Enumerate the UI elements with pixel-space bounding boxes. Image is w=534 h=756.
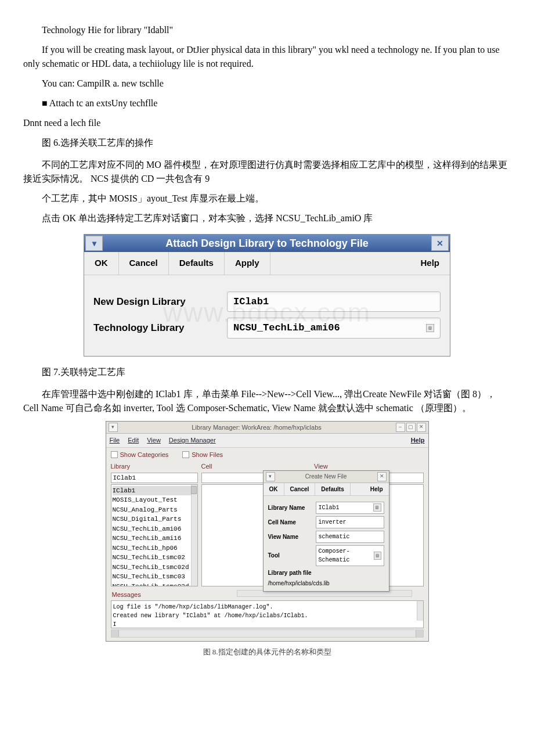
dropdown-icon[interactable]: ▤ bbox=[373, 503, 381, 512]
minimize-icon[interactable]: – bbox=[396, 423, 405, 432]
technology-library-select[interactable]: NCSU_TechLib_ami06 ▤ bbox=[227, 318, 441, 339]
close-icon[interactable]: ✕ bbox=[431, 236, 449, 251]
library-path-file-label: Library path file bbox=[268, 568, 384, 577]
maximize-icon[interactable]: ▢ bbox=[406, 423, 416, 432]
list-item[interactable]: NCSU_TechLib_ami06 bbox=[113, 524, 196, 534]
close-icon[interactable]: ✕ bbox=[377, 472, 387, 481]
cnf-body: Library Name IClab1▤ Cell Name inverter … bbox=[264, 496, 389, 591]
library-input[interactable] bbox=[111, 473, 198, 483]
show-files-label: Show Files bbox=[192, 450, 223, 460]
view-name-text: schematic bbox=[319, 532, 350, 541]
cancel-button[interactable]: Cancel bbox=[284, 483, 316, 495]
library-name-text: IClab1 bbox=[319, 503, 340, 512]
para-explain: If you will be creating mask layout, or … bbox=[23, 43, 511, 71]
cancel-button[interactable]: Cancel bbox=[119, 252, 169, 275]
tool-text: Composer-Schematic bbox=[319, 547, 374, 564]
ok-button[interactable]: OK bbox=[264, 483, 284, 495]
list-item[interactable]: NCSU_Analog_Parts bbox=[113, 505, 196, 515]
list-item[interactable]: NCSU_TechLib_tsmc02d bbox=[113, 563, 196, 573]
list-item[interactable]: NCSU_TechLib_tsmc02 bbox=[113, 553, 196, 563]
scrollbar-track[interactable] bbox=[191, 485, 197, 586]
technology-library-label: Technology Library bbox=[93, 321, 227, 336]
dialog-titlebar: ▾ Attach Design Library to Technology Fi… bbox=[84, 235, 450, 252]
cnf-title: Create New File bbox=[275, 472, 377, 481]
show-categories-label: Show Categories bbox=[120, 450, 169, 460]
technology-library-text: NCSU_TechLib_ami06 bbox=[233, 321, 340, 336]
para-dontneed: Dnnt need a lech file bbox=[23, 116, 511, 130]
help-button[interactable]: Help bbox=[365, 483, 389, 495]
cnf-titlebar: ▾ Create New File ✕ bbox=[264, 471, 389, 483]
para-youcan: You can: CampilR a. new tschlle bbox=[23, 77, 511, 91]
help-button[interactable]: Help bbox=[410, 252, 450, 275]
library-name-label: Library Name bbox=[268, 503, 312, 512]
libmgr-checkboxes: Show Categories Show Files bbox=[106, 448, 428, 462]
library-name-value[interactable]: IClab1▤ bbox=[316, 502, 384, 514]
view-name-label: View Name bbox=[268, 532, 312, 541]
list-item[interactable]: NCSU_TechLib_tsmc03d bbox=[113, 582, 196, 586]
library-path-file-input[interactable]: /home/hxp/iclabs/cds.lib bbox=[268, 579, 384, 588]
new-design-library-text: IClab1 bbox=[233, 294, 269, 309]
horizontal-scrollbar[interactable] bbox=[111, 629, 424, 638]
cell-name-input[interactable]: inverter bbox=[316, 516, 384, 528]
apply-button[interactable]: Apply bbox=[225, 252, 270, 275]
menu-edit[interactable]: Edit bbox=[128, 435, 139, 445]
attach-library-dialog: www.bdocx.com ▾ Attach Design Library to… bbox=[84, 234, 450, 357]
figure6-caption: 图 6.选择关联工艺库的操作 bbox=[23, 136, 511, 150]
para-9libs: 个工艺库，其中 MOSIS」ayout_Test 库显示在最上端。 bbox=[23, 192, 511, 206]
message-line: Created new library "IClab1" at /home/hx… bbox=[113, 611, 421, 620]
menu-view[interactable]: View bbox=[147, 435, 161, 445]
list-item[interactable]: NCSU_TechLib_tsmc03 bbox=[113, 572, 196, 582]
cell-name-text: inverter bbox=[319, 518, 347, 527]
dropdown-icon[interactable]: ▾ bbox=[266, 472, 275, 481]
cnf-button-row: OK Cancel Defaults Help bbox=[264, 483, 389, 496]
para-tech-hie: Technology Hie for library "Idabll" bbox=[23, 23, 511, 37]
para-clickok: 点击 OK 单出选择特定工艺库对话窗口，对本实验，选择 NCSU_TechLib… bbox=[23, 211, 511, 225]
tool-select[interactable]: Composer-Schematic▤ bbox=[316, 545, 384, 566]
dialog-title: Attach Design Library to Technology File bbox=[104, 235, 430, 252]
menu-design-manager[interactable]: Design Manager bbox=[169, 435, 216, 445]
list-item[interactable]: NCSU_TechLib_ami16 bbox=[113, 534, 196, 543]
view-name-input[interactable]: schematic bbox=[316, 531, 384, 543]
library-list[interactable]: IClab1MOSIS_Layout_TestNCSU_Analog_Parts… bbox=[111, 484, 198, 586]
close-icon[interactable]: ✕ bbox=[417, 423, 426, 432]
libmgr-titlebar: ▾ Library Manager: WorkArea: /home/hxp/i… bbox=[106, 422, 428, 434]
scrollbar-track[interactable] bbox=[417, 601, 423, 621]
libmgr-title: Library Manager: WorkArea: /home/hxp/icl… bbox=[118, 423, 396, 433]
cell-name-label: Cell Name bbox=[268, 518, 312, 527]
dialog-button-row: OK Cancel Defaults Apply Help bbox=[84, 252, 450, 275]
para-libmodels: 不同的工艺库对应不同的 MO 器件模型，在对原理图进行仿真时需要选择相应工艺库中… bbox=[23, 158, 511, 186]
figure7-caption: 图 7.关联特定工艺库 bbox=[23, 365, 511, 379]
para-attach: ■ Attach tc an extsUny techflle bbox=[23, 96, 511, 110]
list-item[interactable]: NCSU_Digital_Parts bbox=[113, 514, 196, 524]
new-design-library-value: IClab1 bbox=[227, 291, 441, 312]
scrollbar-thumb[interactable] bbox=[191, 486, 197, 494]
dropdown-icon[interactable]: ▾ bbox=[109, 423, 118, 432]
dropdown-icon[interactable]: ▾ bbox=[85, 236, 103, 251]
para-explain-text: If you will be creating mask layout, or … bbox=[23, 45, 500, 69]
menu-help[interactable]: Help bbox=[411, 435, 425, 445]
message-line: Log file is "/home/hxp/iclabs/libManager… bbox=[113, 603, 421, 611]
libmgr-menubar: File Edit View Design Manager Help bbox=[106, 434, 428, 448]
para-libmgr-steps: 在库管理器中选中刚创建的 IClab1 库，单击菜单 File-->New-->… bbox=[23, 387, 511, 415]
dialog-body: New Design Library IClab1 Technology Lib… bbox=[84, 275, 450, 356]
checkbox-icon[interactable] bbox=[111, 451, 118, 458]
ok-button[interactable]: OK bbox=[84, 252, 119, 275]
new-design-library-label: New Design Library bbox=[93, 294, 227, 309]
list-item[interactable]: IClab1 bbox=[113, 486, 196, 496]
defaults-button[interactable]: Defaults bbox=[315, 483, 350, 495]
menu-file[interactable]: File bbox=[110, 435, 120, 445]
dropdown-icon[interactable]: ▤ bbox=[374, 552, 381, 560]
library-manager-window: ▾ Library Manager: WorkArea: /home/hxp/i… bbox=[106, 421, 429, 642]
create-new-file-dialog: ▾ Create New File ✕ OK Cancel Defaults H… bbox=[263, 470, 389, 592]
messages-box: Log file is "/home/hxp/iclabs/libManager… bbox=[111, 600, 424, 628]
library-pane: Library IClab1MOSIS_Layout_TestNCSU_Anal… bbox=[111, 462, 198, 586]
tool-label: Tool bbox=[268, 551, 312, 560]
list-item[interactable]: NCSU_TechLib_hp06 bbox=[113, 543, 196, 553]
list-item[interactable]: MOSIS_Layout_Test bbox=[113, 495, 196, 505]
dropdown-icon[interactable]: ▤ bbox=[426, 324, 434, 332]
defaults-button[interactable]: Defaults bbox=[169, 252, 225, 275]
library-path-file-text: /home/hxp/iclabs/cds.lib bbox=[268, 580, 330, 586]
figure8-caption: 图 8.指定创建的具体元件的名称和类型 bbox=[23, 646, 511, 658]
checkbox-icon[interactable] bbox=[182, 451, 189, 458]
library-pane-label: Library bbox=[111, 462, 198, 471]
